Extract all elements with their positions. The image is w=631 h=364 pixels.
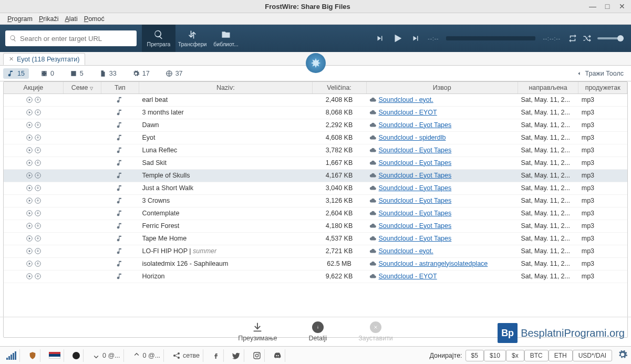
volume-slider[interactable] [597, 37, 624, 39]
col-name[interactable]: Naziv: [139, 82, 312, 93]
row-source[interactable]: Soundcloud - spiderdlb [366, 131, 518, 144]
row-source[interactable]: Soundcloud - Eyot Tapes [366, 232, 518, 245]
toolbar-transfers[interactable]: Трансфери [175, 25, 209, 52]
row-source[interactable]: Soundcloud - EYOT [366, 106, 518, 119]
player-progress[interactable] [446, 36, 535, 40]
info-icon [315, 324, 321, 330]
donate-button[interactable]: BTC [524, 350, 549, 361]
donate-button[interactable]: USD*/DAI [573, 350, 612, 361]
row-source[interactable]: Soundcloud - Eyot Tapes [366, 207, 518, 220]
row-source[interactable]: Soundcloud - Eyot Tapes [366, 169, 518, 182]
settings-button[interactable] [617, 349, 628, 361]
minimize-button[interactable]: — [589, 2, 596, 11]
brand-logo[interactable]: Bp BesplatniProgrami.org [498, 323, 625, 343]
row-actions[interactable] [4, 119, 63, 131]
facebook-link[interactable] [209, 349, 224, 362]
filter-app[interactable]: 17 [128, 68, 154, 79]
menu-prikazi[interactable]: Prikaži [37, 14, 61, 24]
menu-alati[interactable]: Alati [63, 14, 79, 24]
donate-button[interactable]: $5 [466, 350, 484, 361]
download-button[interactable]: Преузимање [238, 321, 277, 342]
row-source[interactable]: Soundcloud - eyot. [366, 93, 518, 106]
search-box[interactable] [5, 30, 137, 46]
table-row[interactable]: Dawn2,292 KB Soundcloud - Eyot TapesSat,… [4, 119, 627, 131]
table-row[interactable]: isolatedmix 126 - Saphileaum62.5 MB Soun… [4, 257, 627, 270]
table-row[interactable]: earl beat2,408 KB Soundcloud - eyot.Sat,… [4, 93, 627, 106]
row-source[interactable]: Soundcloud - Eyot Tapes [366, 157, 518, 169]
row-actions[interactable] [4, 169, 63, 182]
row-source[interactable]: Soundcloud - EYOT [366, 270, 518, 283]
repeat-icon[interactable] [568, 34, 577, 43]
table-row[interactable]: 3 months later8,068 KB Soundcloud - EYOT… [4, 106, 627, 119]
twitter-link[interactable] [229, 349, 244, 362]
table-row[interactable]: Ferric Forest4,180 KB Soundcloud - Eyot … [4, 220, 627, 232]
table-row[interactable]: Just a Short Walk3,040 KB Soundcloud - E… [4, 182, 627, 194]
row-actions[interactable] [4, 144, 63, 157]
menu-program[interactable]: Program [5, 14, 35, 24]
table-row[interactable]: 3 Crowns3,126 KB Soundcloud - Eyot Tapes… [4, 194, 627, 207]
donate-button[interactable]: ETH [549, 350, 573, 361]
table-row[interactable]: Contemplate2,604 KB Soundcloud - Eyot Ta… [4, 207, 627, 220]
search-tab[interactable]: ✕ Eyot (118 Резултати) [3, 53, 85, 65]
row-source[interactable]: Soundcloud - Eyot Tapes [366, 144, 518, 157]
row-actions[interactable] [4, 270, 63, 283]
row-actions[interactable] [4, 207, 63, 220]
menu-pomoc[interactable]: Pomoć [82, 14, 107, 24]
col-created[interactable]: направљена [518, 82, 578, 93]
close-tab-icon[interactable]: ✕ [9, 56, 14, 63]
row-actions[interactable] [4, 194, 63, 207]
row-actions[interactable] [4, 131, 63, 144]
table-row[interactable]: Sad Skit1,667 KB Soundcloud - Eyot Tapes… [4, 157, 627, 169]
col-source[interactable]: Извор [366, 82, 518, 93]
row-source[interactable]: Soundcloud - Eyot Tapes [366, 182, 518, 194]
row-source[interactable]: Soundcloud - Eyot Tapes [366, 220, 518, 232]
search-tools-button[interactable]: Тражи Тоолс [572, 68, 628, 79]
donate-button[interactable]: $x [506, 350, 524, 361]
shuffle-icon[interactable] [583, 34, 592, 43]
row-actions[interactable] [4, 106, 63, 119]
filter-torrent-count: 37 [175, 70, 183, 77]
row-actions[interactable] [4, 182, 63, 194]
row-actions[interactable] [4, 157, 63, 169]
col-size[interactable]: Veličina: [312, 82, 366, 93]
filter-audio[interactable]: 15 [3, 68, 29, 79]
donate-button[interactable]: $10 [484, 350, 506, 361]
details-button[interactable]: Detalji [309, 321, 327, 342]
toolbar-library[interactable]: библиот... [209, 25, 243, 52]
play-icon[interactable] [392, 33, 404, 44]
filter-doc[interactable]: 33 [95, 68, 121, 79]
table-row[interactable]: LO-FI HIP HOP | summer2,721 KB Soundclou… [4, 245, 627, 257]
table-row[interactable]: Eyot4,608 KB Soundcloud - spiderdlbSat, … [4, 131, 627, 144]
filter-image[interactable]: 5 [66, 68, 88, 79]
vpn-indicator[interactable] [25, 349, 40, 362]
seeds-indicator[interactable]: сетве [169, 349, 203, 362]
row-actions[interactable] [4, 93, 63, 106]
row-created: Sat, May. 11, 2... [518, 169, 578, 182]
col-seed[interactable]: Семе ▽ [63, 82, 101, 93]
row-actions[interactable] [4, 232, 63, 245]
col-type[interactable]: Тип [101, 82, 139, 93]
col-actions[interactable]: Акције [4, 82, 63, 93]
row-actions[interactable] [4, 245, 63, 257]
prev-icon[interactable] [375, 34, 385, 43]
table-row[interactable]: Tape Me Home4,537 KB Soundcloud - Eyot T… [4, 232, 627, 245]
row-actions[interactable] [4, 220, 63, 232]
instagram-link[interactable] [250, 349, 265, 362]
table-row[interactable]: Temple of Skulls4,167 KB Soundcloud - Ey… [4, 169, 627, 182]
row-actions[interactable] [4, 257, 63, 270]
col-ext[interactable]: продужетак [578, 82, 627, 93]
table-row[interactable]: Horizon9,622 KB Soundcloud - EYOTSat, Ma… [4, 270, 627, 283]
close-button[interactable]: ✕ [618, 2, 626, 11]
filter-video[interactable]: 0 [36, 68, 58, 79]
filter-torrent[interactable]: 37 [161, 68, 187, 79]
next-icon[interactable] [411, 34, 420, 43]
row-source[interactable]: Soundcloud - Eyot Tapes [366, 194, 518, 207]
search-input[interactable] [20, 35, 132, 43]
discord-link[interactable] [270, 349, 285, 362]
row-source[interactable]: Soundcloud - eyot. [366, 245, 518, 257]
row-source[interactable]: Soundcloud - Eyot Tapes [366, 119, 518, 131]
maximize-button[interactable]: □ [604, 2, 611, 11]
row-source[interactable]: Soundcloud - astrangelyisolatedplace [366, 257, 518, 270]
table-row[interactable]: Luna Reflec3,782 KB Soundcloud - Eyot Ta… [4, 144, 627, 157]
toolbar-search[interactable]: Претрага [142, 25, 175, 52]
